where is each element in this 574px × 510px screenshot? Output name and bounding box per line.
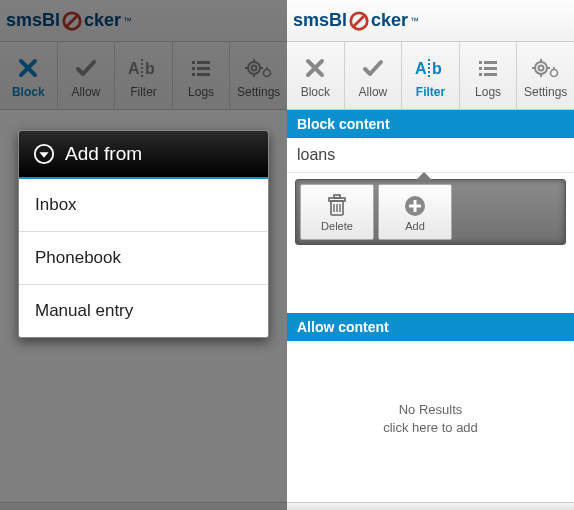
svg-rect-28: [484, 67, 497, 70]
tab-block-label: Block: [301, 85, 330, 99]
modal-item-manual-entry[interactable]: Manual entry: [19, 285, 268, 337]
logo-text-post: cker: [371, 10, 408, 31]
toolbar: Block Allow Ab Filter Logs: [287, 42, 574, 110]
tab-filter-label: Filter: [416, 85, 445, 99]
list-icon: [476, 53, 500, 83]
svg-rect-26: [484, 61, 497, 64]
logo-bar: smsBl cker ™: [287, 0, 574, 42]
check-icon: [361, 53, 385, 83]
tab-logs-label: Logs: [475, 85, 501, 99]
delete-label: Delete: [321, 220, 353, 232]
svg-text:A: A: [415, 60, 427, 77]
tab-settings-label: Settings: [524, 85, 567, 99]
tab-allow-label: Allow: [359, 85, 388, 99]
tab-allow[interactable]: Allow: [345, 42, 403, 109]
tab-filter[interactable]: Ab Filter: [402, 42, 460, 109]
block-keyword-entry[interactable]: loans: [287, 138, 574, 173]
modal-title: Add from: [65, 143, 142, 165]
modal-item-phonebook[interactable]: Phonebook: [19, 232, 268, 285]
svg-point-31: [535, 62, 547, 74]
gear-icon: [532, 53, 560, 83]
svg-point-37: [550, 69, 557, 76]
bottom-bar: [287, 502, 574, 510]
svg-line-21: [354, 15, 365, 26]
filter-icon: Ab: [415, 53, 445, 83]
no-results-line1: No Results: [297, 401, 564, 419]
block-content-header: Block content: [287, 110, 574, 138]
svg-text:b: b: [432, 60, 442, 77]
allow-content-header: Allow content: [287, 313, 574, 341]
svg-rect-25: [479, 61, 482, 64]
delete-button[interactable]: Delete: [300, 184, 374, 240]
svg-rect-30: [484, 73, 497, 76]
tab-logs[interactable]: Logs: [460, 42, 518, 109]
dropdown-circle-icon: [33, 143, 55, 165]
plus-circle-icon: [403, 192, 427, 220]
x-icon: [303, 53, 327, 83]
trash-icon: [326, 192, 348, 220]
no-results-line2: click here to add: [297, 419, 564, 437]
svg-rect-27: [479, 67, 482, 70]
svg-rect-29: [479, 73, 482, 76]
tab-block[interactable]: Block: [287, 42, 345, 109]
logo-text-pre: smsBl: [293, 10, 347, 31]
action-row: Delete Add: [295, 179, 566, 245]
screenshot-right: smsBl cker ™ Block Allow: [287, 0, 574, 510]
app-logo: smsBl cker ™: [293, 10, 419, 32]
add-label: Add: [405, 220, 425, 232]
svg-rect-44: [334, 195, 340, 198]
screenshot-left: smsBl cker ™ Block Allow: [0, 0, 287, 510]
modal-header: Add from: [19, 131, 268, 179]
add-from-modal: Add from Inbox Phonebook Manual entry: [18, 130, 269, 338]
add-button[interactable]: Add: [378, 184, 452, 240]
tab-settings[interactable]: Settings: [517, 42, 574, 109]
no-symbol-icon: [347, 10, 371, 32]
svg-point-32: [538, 65, 543, 70]
allow-empty-placeholder[interactable]: No Results click here to add: [287, 341, 574, 497]
trademark: ™: [410, 16, 419, 26]
modal-item-inbox[interactable]: Inbox: [19, 179, 268, 232]
